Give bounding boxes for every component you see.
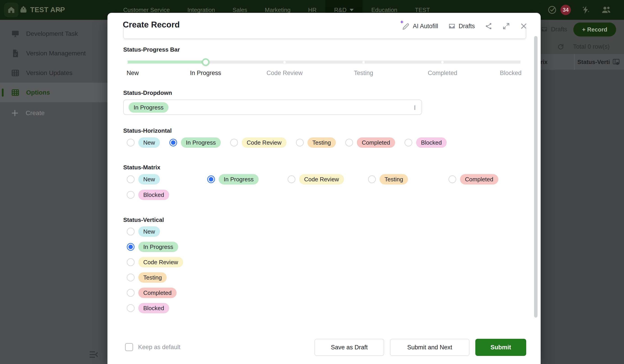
radio-unselected[interactable] [296,139,304,146]
radio-unselected[interactable] [127,228,134,235]
collapse-sidebar-icon[interactable] [88,349,99,360]
status-pill: Testing [138,272,167,283]
nav-tab-label: Education [371,6,397,14]
radio-unselected[interactable] [127,304,134,312]
status-option-code-review[interactable]: Code Review [288,174,368,184]
radio-unselected[interactable] [127,139,134,146]
add-record-button[interactable]: + Record [573,23,616,36]
progress-bar-stop[interactable] [283,61,286,63]
status-vertical-group: NewIn ProgressCode ReviewTestingComplete… [127,226,183,313]
modal-scrollbar-thumb[interactable] [534,36,538,318]
radio-unselected[interactable] [127,258,134,266]
radio-unselected[interactable] [127,176,134,183]
keep-as-default-checkbox[interactable] [125,343,133,351]
status-pill: New [138,137,160,148]
column-header-matrix[interactable]: rix [540,54,548,70]
status-option-testing[interactable]: Testing [127,272,183,283]
radio-selected[interactable] [207,176,215,183]
status-option-new[interactable]: New [127,137,160,148]
status-option-new[interactable]: New [127,226,183,237]
table-icon [11,88,20,97]
radio-unselected[interactable] [127,191,134,199]
progress-bar-stop[interactable] [126,61,128,63]
status-option-in-progress[interactable]: In Progress [127,242,183,252]
status-option-completed[interactable]: Completed [448,174,529,184]
submit-button[interactable]: Submit [475,339,526,356]
radio-unselected[interactable] [127,274,134,281]
progress-stage-label: Blocked [500,70,521,77]
screen: TEST APP Customer ServiceIntegrationSale… [0,0,624,364]
field-label-progress: Status-Progress Bar [123,46,180,53]
radio-unselected[interactable] [448,176,456,183]
notification-badge[interactable]: 34 [560,5,571,15]
field-label-dropdown: Status-Dropdown [123,89,172,96]
sidebar-item-version-updates[interactable]: Version Updates [0,63,107,83]
status-dropdown-select[interactable]: In Progress [123,100,422,115]
tasks-check-icon[interactable] [547,5,557,15]
status-option-blocked[interactable]: Blocked [127,190,207,200]
status-pill: Testing [380,174,408,184]
status-pill: In Progress [138,242,178,252]
radio-unselected[interactable] [230,139,238,146]
radio-unselected[interactable] [288,176,295,183]
progress-bar-stop[interactable] [441,61,444,63]
refresh-icon[interactable] [557,44,564,50]
drafts-toolbar-button[interactable]: Drafts [541,26,567,33]
status-matrix-group: NewIn ProgressCode ReviewTestingComplete… [127,174,529,200]
status-option-completed[interactable]: Completed [345,137,395,148]
hide-fields-icon[interactable] [612,58,620,66]
radio-unselected[interactable] [368,176,376,183]
field-label-horizontal: Status-Horizontal [123,127,172,134]
progress-bar-handle[interactable] [202,58,209,66]
radio-unselected[interactable] [405,139,412,146]
automation-bolt-icon[interactable] [581,5,591,15]
total-rows-text: Total 0 row(s) [573,43,610,50]
status-option-new[interactable]: New [127,174,207,184]
sidebar-item-label: Options [26,89,50,96]
status-option-blocked[interactable]: Blocked [127,303,183,313]
status-option-testing[interactable]: Testing [368,174,448,184]
active-indicator-bar [2,88,4,97]
nav-tab-label: TEST [415,6,430,14]
scrolled-field-partial[interactable] [123,26,526,39]
sidebar-item-label: Version Updates [26,69,72,77]
status-option-code-review[interactable]: Code Review [127,257,183,267]
nav-tab-label: Integration [187,6,215,14]
status-option-blocked[interactable]: Blocked [405,137,447,148]
drafts-tray-icon [541,26,548,33]
progress-bar-track[interactable] [127,61,521,64]
column-header-vertical[interactable]: Status-Verti [577,54,610,70]
radio-unselected[interactable] [127,289,134,297]
submit-and-next-button[interactable]: Submit and Next [390,339,469,356]
sidebar-create-button[interactable]: Create [0,103,107,123]
progress-bar-stop[interactable] [520,61,523,63]
selected-status-pill: In Progress [129,102,168,113]
radio-selected[interactable] [169,139,177,146]
status-option-completed[interactable]: Completed [127,288,183,298]
status-option-in-progress[interactable]: In Progress [169,137,221,148]
table-icon [11,69,20,78]
save-as-draft-button[interactable]: Save as Draft [314,339,384,356]
progress-bar-fill [127,61,206,64]
nav-tab-label: Sales [233,6,247,14]
sidebar-item-development-task[interactable]: Development Task [0,24,107,44]
progress-stage-label: Testing [354,70,373,77]
status-option-testing[interactable]: Testing [296,137,336,148]
progress-bar-stop[interactable] [362,61,365,63]
progress-stage-label: In Progress [190,70,221,77]
sidebar-item-options[interactable]: Options [0,83,107,102]
nav-tab-label: HR [308,6,317,14]
status-pill: New [138,226,160,237]
radio-unselected[interactable] [345,139,353,146]
home-button[interactable] [4,3,19,17]
radio-selected[interactable] [127,243,134,251]
status-option-code-review[interactable]: Code Review [230,137,286,148]
dropdown-chevron-icon [415,105,415,109]
keep-as-default-label: Keep as default [138,344,181,351]
status-pill: Testing [308,137,336,148]
members-icon[interactable] [601,5,611,15]
sidebar-item-version-management[interactable]: Version Management [0,44,107,63]
status-pill: Completed [460,174,498,184]
nav-tab-label: Marketing [265,6,291,14]
status-option-in-progress[interactable]: In Progress [207,174,288,184]
